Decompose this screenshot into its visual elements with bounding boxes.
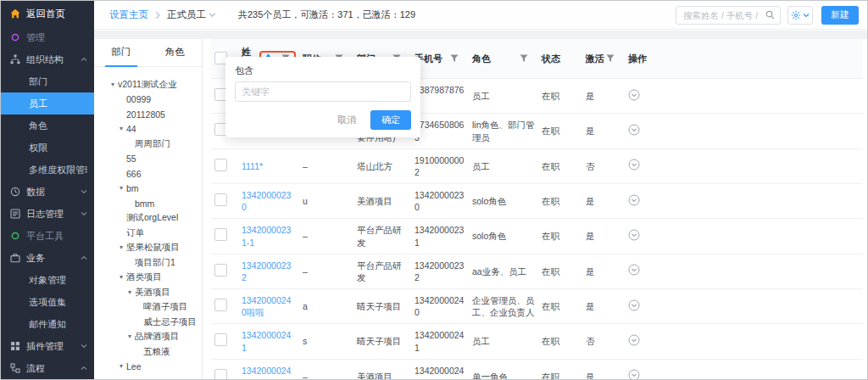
sidebar-item-multidim-permissions[interactable]: 多维度权限管理 — [1, 159, 94, 181]
breadcrumb-current-dropdown[interactable]: 正式员工 — [167, 8, 216, 21]
filter-keyword-input[interactable] — [235, 81, 411, 102]
employee-name-link[interactable]: 13420000241 — [242, 330, 291, 352]
tree-node[interactable]: 订单 — [94, 226, 202, 241]
row-actions-icon[interactable] — [628, 229, 640, 241]
tree-node[interactable]: 测试orgLevel — [94, 211, 202, 226]
plugin-grid-icon — [10, 341, 20, 351]
tab-departments[interactable]: 部门 — [94, 39, 148, 66]
cell-position: a — [299, 289, 353, 324]
filter-confirm-button[interactable]: 确定 — [370, 110, 411, 130]
tree-node[interactable]: 00999 — [94, 92, 202, 108]
name-filter-popup: 包含 取消 确定 — [225, 57, 420, 137]
tree-caret-icon[interactable]: ▾ — [116, 244, 126, 251]
employee-name-link[interactable]: 13420000231-1 — [242, 225, 291, 247]
employee-name-link[interactable]: 13420000232 — [242, 260, 291, 282]
search-icon[interactable] — [765, 10, 775, 20]
tree-node[interactable]: 666 — [94, 166, 202, 182]
sidebar-home-link[interactable]: 返回首页 — [1, 1, 94, 26]
row-checkbox[interactable] — [214, 193, 227, 206]
sidebar-item-departments[interactable]: 部门 — [1, 70, 94, 92]
filter-icon[interactable] — [520, 54, 528, 63]
sidebar-item-log-manage[interactable]: 日志管理 — [1, 203, 94, 225]
sidebar-item-permissions[interactable]: 权限 — [1, 137, 94, 159]
tree-node[interactable]: 啤酒子项目 — [94, 300, 202, 316]
settings-dropdown-button[interactable] — [787, 6, 813, 25]
sidebar-item-employees[interactable]: 员工 — [1, 92, 94, 115]
employee-name-link[interactable]: 13420000244 — [242, 366, 291, 380]
filter-icon[interactable] — [450, 54, 459, 63]
table-row: 13420000244 – 美酒项目 13420000244 单一角色 在职 是 — [211, 359, 863, 380]
sidebar-item-option-sets[interactable]: 选项值集 — [1, 291, 94, 313]
row-actions-icon[interactable] — [628, 124, 640, 136]
tree-node[interactable]: 周周部门 — [94, 137, 202, 152]
tree-node[interactable]: ▾v2011测试企业 — [94, 77, 202, 92]
sidebar-item-mail-notify[interactable]: 邮件通知 — [1, 313, 94, 335]
tree-node[interactable]: ▾44 — [94, 122, 202, 137]
tree-node[interactable]: ▾品牌酒项目 — [94, 330, 202, 345]
create-new-button[interactable]: 新建 — [821, 6, 859, 25]
employee-name-link[interactable]: 1111* — [242, 161, 263, 171]
chevron-down-icon — [81, 210, 87, 217]
row-actions-icon[interactable] — [628, 159, 640, 170]
row-checkbox[interactable] — [214, 369, 227, 380]
filter-cancel-button[interactable]: 取消 — [333, 111, 360, 129]
cell-role: solo角色 — [469, 184, 538, 219]
tree-caret-icon[interactable]: ▾ — [125, 333, 135, 340]
tree-node[interactable]: ▾bm — [94, 182, 202, 197]
flow-icon — [10, 363, 20, 373]
sidebar-item-data[interactable]: 数据 — [1, 181, 94, 203]
tree-caret-icon[interactable]: ▾ — [116, 363, 126, 370]
tree-node[interactable]: 项目部门1 — [94, 255, 202, 271]
cell-position: – — [299, 359, 353, 380]
tree-node[interactable]: bmm — [94, 196, 202, 211]
sidebar-item-workflow[interactable]: 流程 — [1, 357, 94, 379]
tree-node[interactable]: 威士忌子项目 — [94, 315, 202, 330]
employee-name-link[interactable]: 13420000230 — [242, 190, 291, 212]
row-actions-icon[interactable] — [628, 194, 640, 206]
row-actions-icon[interactable] — [628, 299, 640, 311]
tree-node[interactable]: 55 — [94, 152, 202, 167]
row-checkbox[interactable] — [214, 159, 227, 171]
row-checkbox[interactable] — [214, 299, 227, 311]
sidebar-item-org-structure[interactable]: 组织结构 — [1, 48, 94, 70]
tree-tabs: 部门 角色 — [94, 39, 202, 67]
sidebar-item-business[interactable]: 业务 — [1, 247, 94, 269]
cell-role: 单一角色 — [469, 359, 538, 380]
search-input[interactable] — [682, 9, 762, 21]
sidebar-item-object-manage[interactable]: 对象管理 — [1, 269, 94, 291]
cell-phone: 13420000232 — [411, 254, 469, 288]
row-actions-icon[interactable] — [628, 334, 640, 346]
chevron-up-icon — [81, 365, 87, 372]
tree-node[interactable]: ▾美酒项目 — [94, 285, 202, 300]
row-checkbox[interactable] — [214, 264, 227, 277]
chevron-down-icon — [81, 343, 87, 349]
cell-status: 在职 — [538, 148, 582, 183]
cell-active: 是 — [582, 359, 625, 380]
employee-name-link[interactable]: 13420000240啦啦 — [242, 295, 291, 317]
tree-node[interactable]: ▾坚果松鼠项目 — [94, 241, 202, 256]
tree-caret-icon[interactable]: ▾ — [108, 81, 118, 88]
sidebar-item-plugin-manage[interactable]: 插件管理 — [1, 335, 94, 357]
tree-caret-icon[interactable]: ▾ — [116, 185, 126, 192]
row-actions-icon[interactable] — [628, 369, 640, 380]
tree-node[interactable]: 五粮液 — [94, 344, 202, 360]
sidebar-item-manage[interactable]: 管理 — [1, 26, 94, 48]
row-checkbox[interactable] — [214, 228, 227, 241]
tree-caret-icon[interactable]: ▾ — [116, 126, 126, 132]
cell-phone: 13420000230 — [411, 184, 469, 219]
tree-node[interactable]: 20112805 — [94, 107, 202, 122]
filter-icon[interactable] — [606, 54, 615, 63]
tree-node[interactable]: ▾Lee — [94, 360, 202, 375]
row-checkbox[interactable] — [214, 333, 227, 346]
tree-node[interactable]: ▾酒类项目 — [94, 271, 202, 286]
sidebar-item-roles[interactable]: 角色 — [1, 115, 94, 137]
breadcrumb-home-link[interactable]: 设置主页 — [109, 8, 148, 21]
row-actions-icon[interactable] — [628, 89, 640, 101]
cell-department: 平台产品研发 — [353, 219, 411, 254]
tab-roles[interactable]: 角色 — [148, 39, 203, 66]
sidebar-item-platform-tools[interactable]: 平台工具 — [1, 225, 94, 247]
cell-phone: 13420000240 — [411, 289, 469, 324]
row-actions-icon[interactable] — [628, 264, 640, 276]
tree-caret-icon[interactable]: ▾ — [125, 289, 135, 296]
tree-caret-icon[interactable]: ▾ — [116, 274, 126, 281]
